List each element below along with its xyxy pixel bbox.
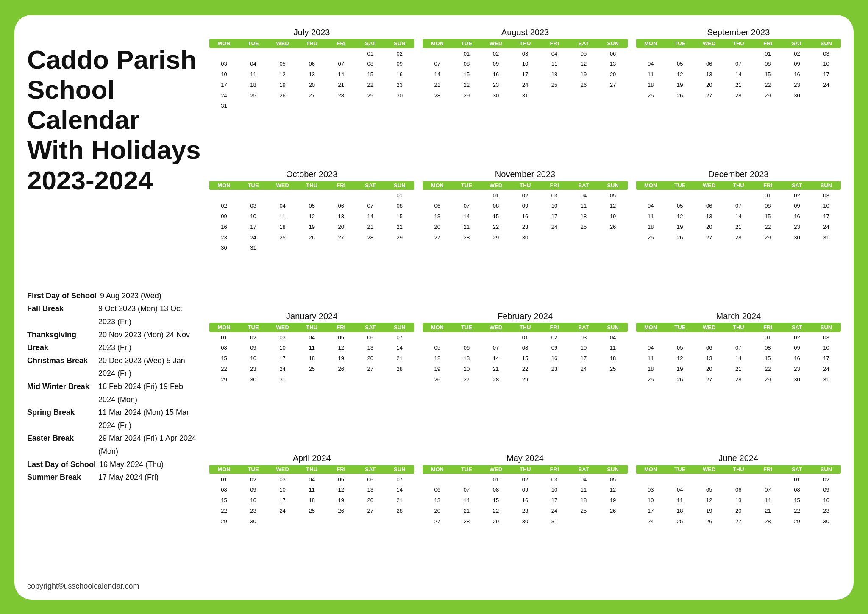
cal-day: 01: [481, 191, 510, 201]
cal-empty: [665, 49, 695, 59]
cal-day: 22: [782, 506, 812, 517]
cal-day: 27: [598, 80, 628, 91]
cal-day: 11: [297, 343, 326, 353]
cal-day: 09: [239, 343, 268, 353]
cal-day: 22: [481, 506, 510, 517]
month-title: April 2024: [209, 453, 414, 463]
cal-day: 01: [510, 333, 540, 343]
cal-day: 14: [724, 211, 753, 222]
cal-day: 08: [753, 201, 782, 211]
weekday-header: SAT: [782, 465, 812, 474]
cal-grid: 0102030405060708091011121314151617181920…: [423, 191, 627, 243]
cal-day: 13: [423, 211, 452, 222]
cal-day: 08: [209, 343, 239, 353]
cal-day: 19: [326, 353, 356, 364]
cal-day: 28: [356, 233, 385, 243]
holiday-label: Easter Break: [27, 432, 95, 458]
cal-day: 27: [695, 375, 724, 385]
weekday-header: FRI: [753, 465, 782, 474]
cal-day: 20: [356, 495, 385, 506]
cal-day: 14: [481, 353, 510, 364]
cal-day: 20: [695, 80, 724, 91]
weekday-header: FRI: [753, 39, 782, 48]
cal-day: 16: [782, 211, 812, 222]
cal-day: 22: [753, 364, 782, 375]
cal-day: 03: [636, 485, 665, 495]
cal-day: 13: [452, 353, 481, 364]
cal-day: 02: [540, 333, 569, 343]
cal-day: 25: [636, 233, 665, 243]
cal-day: 24: [239, 233, 268, 243]
cal-day: 23: [812, 506, 841, 517]
cal-day: 26: [598, 506, 628, 517]
cal-day: 29: [782, 517, 812, 527]
cal-day: 25: [239, 91, 268, 101]
weekday-header: SAT: [782, 323, 812, 332]
holiday-row: Summer Break17 May 2024 (Fri): [27, 471, 201, 484]
cal-day: 18: [569, 495, 598, 506]
cal-day: 18: [636, 222, 665, 233]
cal-day: 04: [636, 59, 665, 69]
weekday-header: THU: [724, 323, 753, 332]
cal-day: 29: [753, 233, 782, 243]
month-block: March 2024MONTUEWEDTHUFRISATSUN010203040…: [636, 311, 841, 449]
cal-day: 22: [753, 222, 782, 233]
cal-empty: [423, 191, 452, 201]
cal-day: 17: [540, 211, 569, 222]
cal-day: 21: [326, 80, 356, 91]
cal-day: 19: [598, 495, 628, 506]
cal-day: 22: [385, 222, 414, 233]
title-section: Caddo Parish School Calendar With Holida…: [27, 28, 201, 195]
weekday-header: FRI: [753, 323, 782, 332]
cal-day: 15: [385, 211, 414, 222]
holiday-row: Christmas Break20 Dec 2023 (Wed) 5 Jan 2…: [27, 354, 201, 380]
cal-day: 14: [385, 485, 414, 495]
cal-empty: [636, 475, 665, 485]
cal-day: 05: [569, 49, 598, 59]
holiday-dates: 17 May 2024 (Fri): [98, 471, 159, 484]
cal-empty: [636, 49, 665, 59]
cal-day: 26: [665, 233, 695, 243]
month-block: June 2024MONTUEWEDTHUFRISATSUN0102030405…: [636, 453, 841, 591]
weekday-header: MON: [209, 39, 239, 48]
weekday-header: SUN: [598, 465, 628, 474]
cal-day: 11: [297, 485, 326, 495]
cal-day: 01: [356, 49, 385, 59]
cal-day: 28: [753, 517, 782, 527]
cal-day: 25: [297, 506, 326, 517]
cal-day: 13: [356, 485, 385, 495]
cal-day: 19: [423, 364, 452, 375]
cal-day: 06: [356, 333, 385, 343]
weekday-header: WED: [481, 39, 510, 48]
cal-day: 24: [540, 222, 569, 233]
cal-day: 07: [385, 475, 414, 485]
cal-day: 24: [812, 364, 841, 375]
weekday-header: FRI: [326, 39, 356, 48]
cal-grid: 0102030405060708091011121314151617181920…: [636, 49, 841, 101]
weekday-header: MON: [636, 39, 665, 48]
cal-day: 30: [239, 517, 268, 527]
cal-day: 28: [724, 233, 753, 243]
cal-day: 06: [423, 201, 452, 211]
cal-day: 28: [385, 364, 414, 375]
cal-empty: [297, 49, 326, 59]
cal-day: 01: [452, 49, 481, 59]
cal-day: 11: [636, 353, 665, 364]
cal-day: 06: [423, 485, 452, 495]
cal-empty: [636, 333, 665, 343]
cal-day: 07: [452, 485, 481, 495]
cal-day: 05: [695, 485, 724, 495]
cal-day: 31: [812, 233, 841, 243]
cal-day: 29: [510, 375, 540, 385]
cal-day: 01: [782, 475, 812, 485]
cal-header: MONTUEWEDTHUFRISATSUN: [209, 465, 414, 474]
weekday-header: WED: [268, 323, 297, 332]
cal-day: 07: [423, 59, 452, 69]
cal-day: 11: [268, 211, 297, 222]
cal-day: 27: [356, 506, 385, 517]
cal-grid: 0102030405060708091011121314151617181920…: [636, 191, 841, 243]
cal-day: 21: [452, 506, 481, 517]
cal-day: 10: [209, 69, 239, 80]
cal-day: 02: [782, 333, 812, 343]
weekday-header: FRI: [326, 323, 356, 332]
